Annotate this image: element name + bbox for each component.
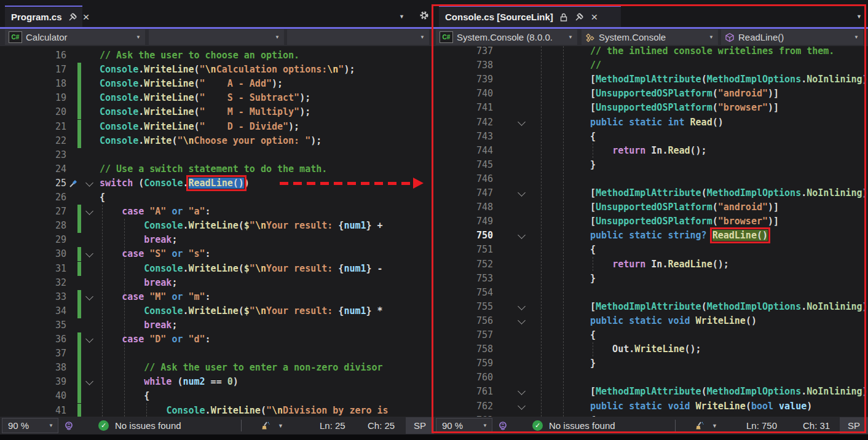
tab-list-chevron-down-icon[interactable]: ▼ <box>856 14 862 20</box>
code-line: 758 Out.WriteLine(); <box>434 342 868 356</box>
pin-icon[interactable] <box>574 12 584 22</box>
fold-chevron-down-icon[interactable] <box>518 118 526 126</box>
chevron-down-icon[interactable]: ▼ <box>483 423 487 428</box>
code-text: case "D" or "d": <box>100 332 211 347</box>
changed-line-indicator <box>77 247 81 261</box>
zoom-dropdown[interactable]: 90 %▼ <box>436 418 492 433</box>
line-number: 737 <box>462 46 493 58</box>
zoom-dropdown[interactable]: 90 %▼ <box>2 418 58 433</box>
zoom-level: 90 % <box>8 420 29 431</box>
nav-dropdown-2[interactable]: ReadLine()▼ <box>721 29 863 45</box>
tab-right[interactable]: Console.cs [SourceLink]× <box>439 6 621 27</box>
code-text: // Ask the user to choose an option. <box>100 49 299 63</box>
line-number: 745 <box>462 158 493 172</box>
editor-group: Program.cs×▼C#Calculator▼▼▼16// Ask the … <box>0 0 868 440</box>
chevron-down-icon[interactable]: ▼ <box>854 34 859 40</box>
method-icon <box>725 33 735 42</box>
annotation-box-readline: ReadLine() <box>712 230 768 241</box>
line-number: 17 <box>36 63 66 77</box>
code-line: 20Console.WriteLine(" M - Multiply"); <box>0 105 434 119</box>
line-number: 16 <box>36 49 66 63</box>
code-text: { <box>590 328 596 342</box>
nav-dropdown-1[interactable]: System.Console▼ <box>582 29 718 45</box>
annotation-box-readline: ReadLine() <box>189 178 244 189</box>
line-number: 762 <box>462 399 493 414</box>
code-line: 36 case "D" or "d": <box>0 332 434 347</box>
gear-icon[interactable] <box>419 10 429 20</box>
fold-chevron-down-icon[interactable] <box>518 231 526 239</box>
intellicode-icon[interactable] <box>64 417 74 434</box>
check-icon: ✓ <box>98 420 109 431</box>
editor-pane-right: Console.cs [SourceLink]×▼C#System.Consol… <box>434 0 868 440</box>
tab-list-chevron-down-icon[interactable]: ▼ <box>399 14 404 20</box>
chevron-down-icon[interactable]: ▼ <box>49 423 53 428</box>
code-line: 22Console.Write("\nChoose your option: "… <box>0 134 434 148</box>
fold-chevron-down-icon[interactable] <box>518 402 526 410</box>
fold-chevron-down-icon[interactable] <box>518 388 526 396</box>
fold-chevron-down-icon[interactable] <box>85 293 93 301</box>
chevron-down-icon[interactable]: ▼ <box>568 34 573 40</box>
chevron-down-icon[interactable]: ▼ <box>275 34 280 40</box>
line-number: 35 <box>36 318 66 332</box>
fold-chevron-down-icon[interactable] <box>518 302 526 310</box>
code-line: 32 break; <box>0 276 434 290</box>
space-mode-label: SP <box>848 420 860 431</box>
code-line: 29 break; <box>0 233 434 247</box>
intellicode-icon[interactable] <box>498 417 508 434</box>
code-line: 30 case "S" or "s": <box>0 247 434 261</box>
line-number: 740 <box>462 87 493 101</box>
code-cleanup-broom-icon[interactable] <box>261 417 270 434</box>
fold-chevron-down-icon[interactable] <box>85 250 93 258</box>
fold-chevron-down-icon[interactable] <box>518 316 526 324</box>
code-text: public static void WriteLine(bool value) <box>590 399 812 414</box>
nav-dropdown-0[interactable]: C#Calculator▼ <box>5 29 145 45</box>
line-number: 37 <box>36 347 66 361</box>
tab-left[interactable]: Program.cs× <box>5 6 82 27</box>
line-number: 21 <box>36 120 66 134</box>
code-line: 739[MethodImplAttribute(MethodImplOption… <box>434 73 868 87</box>
editor-pane-left: Program.cs×▼C#Calculator▼▼▼16// Ask the … <box>0 0 434 440</box>
nav-dropdown-0[interactable]: C#System.Console (8.0.0.▼ <box>436 29 577 45</box>
fold-chevron-down-icon[interactable] <box>85 335 93 343</box>
code-text: { <box>100 389 149 403</box>
space-mode-indicator[interactable]: SP <box>840 417 868 434</box>
code-text: [MethodImplAttribute(MethodImplOptions.N… <box>590 73 868 87</box>
code-line: 41 Console.WriteLine("\nDivision by zero… <box>0 404 434 417</box>
quick-fix-screwdriver-icon[interactable] <box>69 179 79 189</box>
changed-line-indicator <box>77 77 81 91</box>
chevron-down-icon[interactable]: ▼ <box>136 34 141 40</box>
fold-chevron-down-icon[interactable] <box>85 207 93 215</box>
fold-chevron-down-icon[interactable] <box>85 179 93 187</box>
nav-dropdown-1[interactable]: ▼ <box>149 29 284 45</box>
code-line: 40 { <box>0 389 434 403</box>
line-number: 739 <box>462 73 493 87</box>
code-line: 753} <box>434 272 868 286</box>
code-text: [UnsupportedOSPlatform("android")] <box>590 87 779 101</box>
chevron-down-icon[interactable]: ▼ <box>709 34 714 40</box>
chevron-down-icon[interactable]: ▼ <box>420 34 425 40</box>
code-cleanup-broom-icon[interactable] <box>695 417 704 434</box>
changed-line-indicator <box>77 63 81 77</box>
code-text: switch (Console.ReadLine()) <box>100 176 250 191</box>
changed-line-indicator <box>77 332 81 347</box>
pin-icon[interactable] <box>68 12 77 22</box>
line-number: 753 <box>462 272 493 286</box>
line-number: 754 <box>462 286 493 300</box>
line-number: 40 <box>36 389 66 403</box>
nav-dropdown-2[interactable]: ▼ <box>287 29 429 45</box>
code-text: public static void WriteLine() <box>590 314 757 328</box>
lock-icon <box>559 12 569 22</box>
code-text: } <box>590 272 596 286</box>
code-cleanup-chevron-down-icon[interactable]: ▼ <box>278 417 283 434</box>
fold-chevron-down-icon[interactable] <box>518 189 526 197</box>
space-mode-indicator[interactable]: SP <box>406 417 434 434</box>
code-cleanup-chevron-down-icon[interactable]: ▼ <box>712 417 717 434</box>
status-separator <box>241 420 242 431</box>
close-icon[interactable]: × <box>590 12 599 22</box>
close-icon[interactable]: × <box>83 12 90 22</box>
line-number: 755 <box>462 300 493 314</box>
line-number: 34 <box>36 304 66 318</box>
fold-chevron-down-icon[interactable] <box>85 377 93 385</box>
csharp-file-icon: C# <box>440 31 453 43</box>
code-text: { <box>590 243 596 257</box>
